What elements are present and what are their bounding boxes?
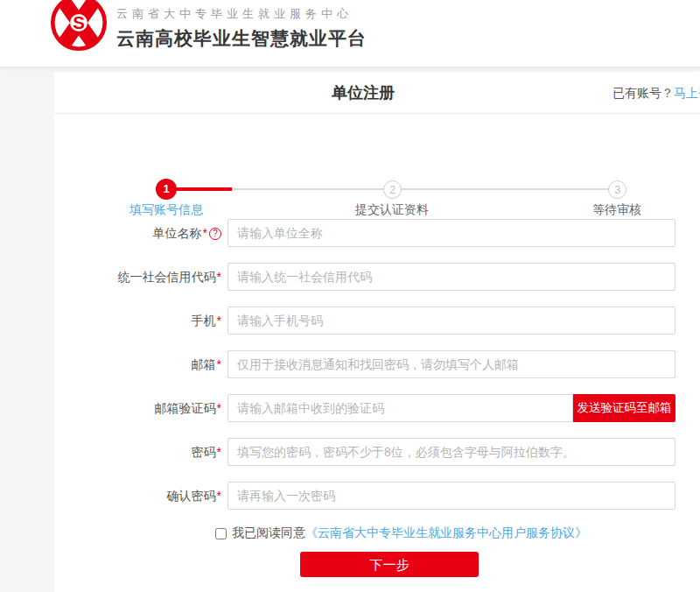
field-row-confirm-password: 确认密码* — [54, 482, 700, 510]
field-row-company-name: 单位名称*? — [54, 219, 700, 247]
credit-code-input[interactable] — [228, 263, 676, 291]
site-header: S 云南省大中专毕业生就业服务中心 云南高校毕业生智慧就业平台 — [0, 0, 700, 67]
agreement-link[interactable]: 《云南省大中专毕业生就业服务中心用户服务协议》 — [305, 525, 587, 541]
email-label: 邮箱* — [54, 350, 228, 378]
email-code-input[interactable] — [228, 394, 573, 422]
help-icon[interactable]: ? — [209, 228, 221, 240]
required-mark: * — [217, 489, 221, 503]
field-row-email: 邮箱* — [54, 350, 700, 378]
password-label: 密码* — [54, 438, 228, 466]
logo-letter: S — [73, 12, 85, 32]
brand-block: 云南省大中专毕业生就业服务中心 云南高校毕业生智慧就业平台 — [116, 6, 367, 51]
mobile-input[interactable] — [228, 307, 676, 335]
required-mark: * — [217, 357, 221, 371]
step-3-label: 等待审核 — [592, 202, 641, 218]
company-name-input[interactable] — [228, 219, 676, 247]
email-code-label: 邮箱验证码* — [54, 394, 228, 422]
site-logo: S — [50, 0, 108, 52]
confirm-password-label: 确认密码* — [54, 482, 228, 510]
registration-form: 单位名称*? 统一社会信用代码* 手机* 邮箱* — [54, 219, 700, 577]
credit-code-label: 统一社会信用代码* — [54, 263, 228, 291]
logo-emblem-icon: S — [50, 0, 108, 52]
agreement-row: 我已阅读同意 《云南省大中专毕业生就业服务中心用户服务协议》 — [215, 525, 700, 541]
step-3-circle: 3 — [608, 180, 626, 199]
field-row-email-code: 邮箱验证码* 发送验证码至邮箱 — [54, 394, 700, 422]
required-mark: * — [217, 314, 221, 328]
step-2-circle: 2 — [383, 180, 402, 199]
step-1-label: 填写账号信息 — [130, 202, 203, 218]
mobile-label: 手机* — [54, 307, 228, 335]
card-header: 单位注册 已有账号？马上登录 — [54, 72, 700, 114]
org-name: 云南省大中专毕业生就业服务中心 — [116, 6, 367, 22]
agreement-checkbox[interactable] — [215, 528, 227, 539]
password-input[interactable] — [228, 438, 676, 466]
agreement-text: 我已阅读同意 — [232, 525, 305, 541]
email-input[interactable] — [228, 350, 676, 378]
company-name-label: 单位名称*? — [54, 219, 228, 247]
page-title: 单位注册 — [332, 72, 395, 114]
platform-name: 云南高校毕业生智慧就业平台 — [116, 26, 367, 51]
progress-line-1-2 — [232, 188, 392, 190]
login-prompt: 已有账号？马上登录 — [612, 72, 700, 114]
field-row-password: 密码* — [54, 438, 700, 466]
step-2-label: 提交认证资料 — [355, 202, 429, 218]
field-row-credit-code: 统一社会信用代码* — [54, 263, 700, 291]
required-mark: * — [217, 445, 221, 459]
progress-line-2-3 — [392, 188, 617, 190]
next-step-button[interactable]: 下一步 — [300, 552, 479, 577]
confirm-password-input[interactable] — [228, 482, 676, 510]
page-viewport: S 云南省大中专毕业生就业服务中心 云南高校毕业生智慧就业平台 单位注册 已有账… — [0, 0, 700, 592]
required-mark: * — [203, 226, 207, 240]
send-code-button[interactable]: 发送验证码至邮箱 — [573, 394, 676, 422]
required-mark: * — [217, 270, 221, 284]
registration-card: 单位注册 已有账号？马上登录 1 2 3 填写账号信息 提交认证资料 等待审核 … — [54, 72, 700, 592]
step-indicator: 1 2 3 填写账号信息 提交认证资料 等待审核 — [54, 114, 700, 201]
login-link[interactable]: 马上登录 — [674, 86, 700, 100]
field-row-mobile: 手机* — [54, 307, 700, 335]
required-mark: * — [217, 401, 221, 415]
login-prompt-text: 已有账号？ — [612, 86, 674, 100]
step-1-circle: 1 — [156, 179, 177, 200]
